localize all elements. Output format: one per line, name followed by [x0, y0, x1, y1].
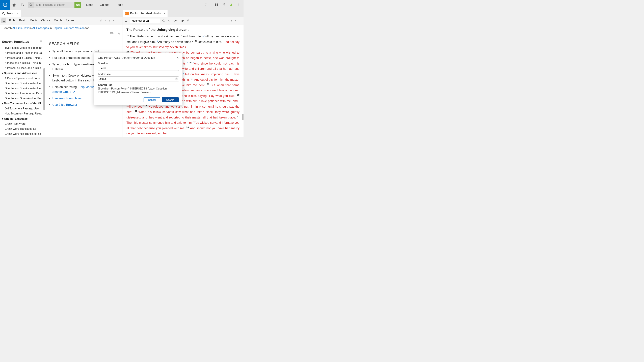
template-item[interactable]: A Person and a Biblical Thing i. — [0, 55, 45, 60]
clear-icon[interactable]: ✕ — [175, 77, 178, 80]
user-icon[interactable] — [228, 2, 234, 8]
panel-menu-icon[interactable] — [1, 18, 6, 23]
parallel-icon[interactable]: // — [186, 19, 189, 23]
app-logo[interactable] — [0, 0, 10, 10]
speaker-label: Speaker — [98, 62, 179, 65]
template-group[interactable]: ▾ Original Language — [0, 116, 45, 121]
close-icon[interactable]: ✕ — [176, 56, 179, 60]
svg-rect-4 — [217, 5, 218, 6]
template-item[interactable]: One Person Speaks to Anothe. — [0, 86, 45, 91]
scope-passages-link[interactable]: All Passages — [32, 26, 49, 30]
svg-point-1 — [30, 4, 32, 6]
chart-icon[interactable] — [100, 19, 103, 23]
subtab-morph[interactable]: Morph — [54, 17, 62, 24]
link-icon[interactable]: ▾ — [173, 19, 178, 22]
nav-back-icon[interactable]: ‹ — [104, 19, 107, 22]
add-tab-button[interactable]: + — [21, 10, 28, 17]
search-icon[interactable] — [40, 40, 43, 43]
template-item[interactable]: A Person, a Place, and a Biblic. — [0, 65, 45, 70]
template-item[interactable]: Old Testament Passage Used… — [0, 106, 45, 111]
global-search: GO — [28, 2, 81, 8]
search-icon[interactable] — [161, 19, 166, 22]
scrollbar-thumb[interactable] — [242, 114, 244, 120]
scope-version-link[interactable]: English Standard Version — [52, 26, 84, 30]
template-item[interactable]: One Person Asks Another Pers. — [0, 91, 45, 96]
kebab-menu-icon[interactable]: ⋮ — [238, 19, 242, 23]
tab-label: English Standard Version — [130, 12, 162, 15]
template-item[interactable]: One Person Speaks to Anothe. — [0, 81, 45, 86]
addressee-label: Addressee — [98, 73, 179, 76]
kebab-menu-icon[interactable] — [236, 2, 242, 8]
columns-icon[interactable]: ▾ — [180, 19, 185, 22]
tab-esv[interactable]: ESV English Standard Version ✕ — [123, 10, 168, 17]
svg-point-8 — [238, 4, 239, 5]
keyboard-icon[interactable]: ⌨ — [110, 32, 114, 35]
svg-point-15 — [170, 21, 170, 22]
nav-forward-icon[interactable]: › — [108, 19, 111, 22]
go-button[interactable]: GO — [74, 2, 81, 8]
share-icon[interactable] — [167, 19, 172, 22]
addressee-input[interactable] — [98, 76, 179, 81]
speaker-input[interactable] — [98, 66, 179, 71]
close-icon[interactable]: ✕ — [17, 12, 19, 15]
template-group[interactable]: ▾ New Testament Use of the Ol. — [0, 101, 45, 106]
svg-point-12 — [162, 19, 164, 21]
template-item[interactable]: Greek Word Translated as — [0, 126, 45, 131]
layout-icon[interactable] — [213, 2, 220, 8]
templates-column: Search Templates Two People Mentioned To… — [0, 38, 45, 137]
subtab-media[interactable]: Media — [30, 17, 38, 24]
scope-text-link[interactable]: All Bible Text — [12, 26, 29, 30]
menu-guides[interactable]: Guides — [100, 3, 109, 7]
templates-list: Two People Mentioned TogetheA Person and… — [0, 45, 45, 136]
scrollbar-thumb[interactable] — [44, 68, 45, 110]
tab-search[interactable]: Search ✕ — [0, 10, 21, 17]
panel-menu-icon[interactable] — [124, 18, 129, 23]
search-icon[interactable] — [28, 2, 34, 8]
subtab-bible[interactable]: Bible — [9, 17, 16, 24]
menu-tools[interactable]: Tools — [116, 3, 123, 7]
template-item[interactable]: A Person Speaks about Somet. — [0, 76, 45, 81]
subtab-basic[interactable]: Basic — [19, 17, 26, 24]
search-query-input[interactable] — [3, 31, 34, 36]
add-tab-button[interactable]: + — [168, 10, 174, 17]
reference-input[interactable] — [130, 18, 160, 23]
search-subtoolbar: Bible Basic Media Clause Morph Syntax ‹ … — [0, 17, 122, 25]
template-item[interactable]: Greek Word Not Translated as — [0, 131, 45, 136]
plus-circle-icon — [2, 2, 8, 7]
search-field-row: ⌨ ★ — [0, 31, 122, 38]
subtab-syntax[interactable]: Syntax — [66, 17, 74, 24]
subtab-clause[interactable]: Clause — [41, 17, 50, 24]
template-item[interactable]: Two People Mentioned Togethe — [0, 45, 45, 50]
chevron-down-icon[interactable]: ▾ — [112, 19, 115, 22]
bible-toolbar: ▾ ▾ // ‹ › ▾ ⋮ — [122, 17, 244, 25]
search-button[interactable]: Search — [162, 97, 179, 102]
template-item[interactable]: New Testament Passage Uses. — [0, 111, 45, 116]
cancel-button[interactable]: Cancel — [144, 97, 160, 102]
kebab-menu-icon[interactable]: ⋮ — [116, 19, 121, 23]
template-item[interactable]: Greek Root Word — [0, 121, 45, 126]
nav-forward-icon[interactable]: › — [230, 19, 233, 22]
menu-docs[interactable]: Docs — [86, 3, 93, 7]
nav-back-icon[interactable]: ‹ — [227, 19, 229, 22]
template-group[interactable]: ▾ Speakers and Addressees — [0, 70, 45, 76]
global-search-input[interactable] — [34, 2, 74, 8]
chevron-down-icon[interactable]: ▾ — [234, 19, 236, 22]
template-item[interactable]: A Place and a Biblical Thing in. — [0, 60, 45, 65]
close-icon[interactable]: ✕ — [164, 12, 166, 15]
template-item[interactable]: A Person and a Place in the Sa. — [0, 50, 45, 55]
search-icon — [2, 12, 5, 15]
chevron-down-icon: ▾ — [2, 117, 3, 120]
library-icon[interactable] — [18, 0, 26, 10]
home-icon[interactable] — [10, 0, 18, 10]
template-item[interactable]: One Person Gives Another Per. — [0, 96, 45, 101]
favorite-icon[interactable]: ★ — [117, 31, 120, 35]
esv-badge-icon: ESV — [125, 12, 129, 15]
svg-point-6 — [230, 4, 232, 5]
tabstrip: Search ✕ + ESV English Standard Version … — [0, 10, 244, 17]
chevron-down-icon: ▾ — [2, 71, 3, 75]
svg-point-11 — [40, 40, 42, 42]
search-for-query: {Speaker <Person Peter>} INTERSECTS {Lab… — [98, 87, 179, 94]
sync-icon[interactable] — [203, 2, 209, 8]
svg-rect-3 — [217, 3, 218, 5]
detach-icon[interactable] — [221, 2, 227, 8]
